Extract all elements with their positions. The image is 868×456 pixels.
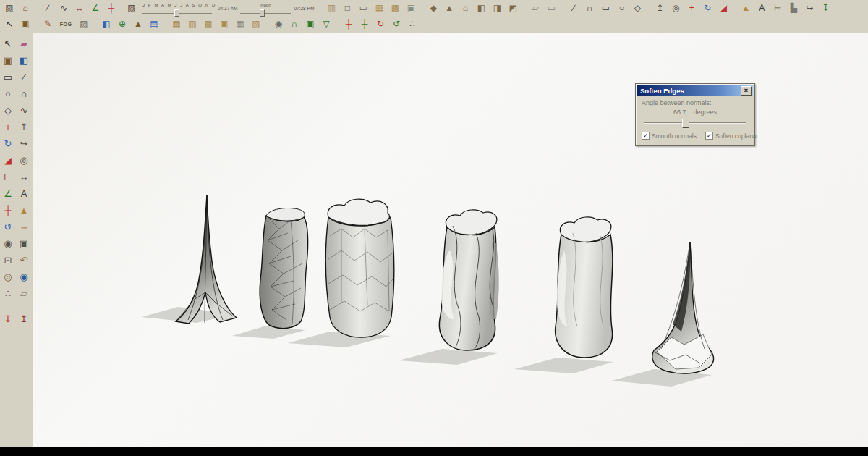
back-view-icon[interactable]: ◨ bbox=[489, 1, 505, 15]
style-cube-icon-5[interactable]: ▦ bbox=[232, 17, 248, 31]
offset-icon[interactable]: ◎ bbox=[668, 1, 684, 15]
dimension-icon[interactable]: ↔ bbox=[16, 169, 32, 185]
shaded-style-icon[interactable]: ▦ bbox=[371, 1, 387, 15]
protractor-tool-icon[interactable]: ∠ bbox=[88, 1, 103, 15]
shadow-time-thumb[interactable] bbox=[260, 9, 265, 17]
offset-tool-icon[interactable]: ◎ bbox=[16, 152, 32, 169]
select-tool-icon[interactable]: ↖ bbox=[0, 35, 16, 52]
front-view-icon[interactable]: ⌂ bbox=[457, 1, 473, 15]
three-d-text-icon[interactable]: ▲ bbox=[16, 202, 32, 219]
previous-view-icon[interactable]: ↶ bbox=[16, 252, 32, 269]
rotate-ccw-icon[interactable]: ↺ bbox=[388, 17, 404, 31]
line-draw-icon[interactable]: ∕ bbox=[16, 69, 32, 85]
shadows-toggle-icon[interactable]: ▧ bbox=[124, 1, 140, 15]
slider-thumb[interactable] bbox=[682, 119, 689, 128]
close-icon[interactable]: × bbox=[741, 86, 752, 96]
soften-coplanar-checkbox[interactable]: ✓ Soften coplanar bbox=[705, 132, 759, 140]
rectangle-tool-icon[interactable]: ▭ bbox=[0, 69, 16, 85]
shadow-date-thumb[interactable] bbox=[174, 9, 179, 17]
model-twisted-spire-mixed[interactable] bbox=[612, 242, 714, 387]
select-icon[interactable]: ↖ bbox=[1, 17, 17, 31]
xray-style-icon[interactable]: ▥ bbox=[323, 1, 339, 15]
terrain-icon[interactable]: ▲ bbox=[130, 17, 146, 31]
smooth-normals-checkbox[interactable]: ✓ Smooth normals bbox=[642, 132, 697, 140]
monochrome-style-icon[interactable]: ▣ bbox=[403, 1, 419, 15]
freehand-icon[interactable]: ∿ bbox=[16, 102, 32, 119]
model-twisted-column-smooth[interactable] bbox=[514, 217, 613, 373]
freehand-tool-icon[interactable]: ∿ bbox=[56, 1, 72, 15]
circle-tool-icon[interactable]: ○ bbox=[0, 85, 16, 102]
rotate-cw-icon[interactable]: ↻ bbox=[373, 17, 388, 31]
warehouse-icon[interactable]: ↧ bbox=[817, 1, 833, 15]
soften-edges-icon[interactable]: ◉ bbox=[271, 17, 286, 31]
text-tool-icon[interactable]: A bbox=[754, 1, 770, 15]
move-tool-icon[interactable]: + bbox=[0, 119, 16, 135]
top-view-icon[interactable]: ▲ bbox=[441, 1, 457, 15]
model-cube-icon[interactable]: ▧ bbox=[1, 1, 17, 15]
line-tool-icon[interactable]: ∕ bbox=[40, 1, 56, 15]
hidden-line-style-icon[interactable]: ▭ bbox=[355, 1, 371, 15]
rotate-tool-icon[interactable]: ↻ bbox=[0, 135, 16, 152]
eraser-tool-icon[interactable]: ▰ bbox=[16, 35, 32, 52]
arc-icon[interactable]: ∩ bbox=[582, 1, 597, 15]
photo-texture-icon[interactable]: ▤ bbox=[146, 17, 162, 31]
red-axis-icon[interactable]: ┼ bbox=[341, 17, 357, 31]
position-camera-icon[interactable]: ◎ bbox=[0, 269, 16, 285]
angle-slider[interactable] bbox=[644, 119, 746, 127]
stamp-icon[interactable]: ▣ bbox=[302, 17, 318, 31]
style-cube-icon-4[interactable]: ▣ bbox=[216, 17, 232, 31]
move-icon[interactable]: + bbox=[684, 1, 699, 15]
walk-tool-icon[interactable]: ∴ bbox=[0, 285, 16, 302]
polygon-tool-icon[interactable]: ◇ bbox=[0, 102, 16, 119]
arc-tool-icon[interactable]: ∩ bbox=[16, 85, 32, 102]
paint-bucket-icon[interactable]: ◧ bbox=[16, 52, 32, 69]
model-twisted-column-smoothed-spiral[interactable] bbox=[399, 210, 499, 365]
green-axis-icon[interactable]: ┼ bbox=[357, 17, 373, 31]
protractor-icon[interactable]: ∠ bbox=[0, 185, 16, 202]
style-cube-icon-6[interactable]: ▧ bbox=[248, 17, 264, 31]
group-icon[interactable]: ▣ bbox=[17, 17, 33, 31]
iso-view-icon[interactable]: ◆ bbox=[425, 1, 441, 15]
house-icon[interactable]: ⌂ bbox=[17, 1, 33, 15]
push-pull-icon[interactable]: ↥ bbox=[652, 1, 668, 15]
pencil-icon[interactable]: ✎ bbox=[40, 17, 56, 31]
look-around-icon[interactable]: ◉ bbox=[16, 269, 32, 285]
add-location-icon[interactable]: ⊕ bbox=[114, 17, 130, 31]
pyramid-icon[interactable]: ▲ bbox=[738, 1, 754, 15]
style-cube-icon-2[interactable]: ▥ bbox=[184, 17, 200, 31]
component-tool-icon[interactable]: ▣ bbox=[0, 52, 16, 69]
zoom-icon[interactable]: ◉ bbox=[0, 235, 16, 252]
fog-button[interactable]: FOG bbox=[56, 17, 76, 31]
follow-me-tool-icon[interactable]: ↪ bbox=[16, 135, 32, 152]
zoom-extents-icon[interactable]: ⊡ bbox=[0, 252, 16, 269]
get-models-icon[interactable]: ↧ bbox=[0, 311, 16, 327]
shadow-date-slider[interactable]: J F M A M J J A S O N D bbox=[142, 3, 212, 14]
shadow-time-slider[interactable]: 04:37 AM Noon 07:28 PM bbox=[218, 3, 314, 14]
stairs-icon[interactable]: ▙ bbox=[786, 1, 801, 15]
line-icon[interactable]: ∕ bbox=[566, 1, 582, 15]
scale-tool-icon[interactable]: ◢ bbox=[0, 152, 16, 169]
style-cube-icon[interactable]: ▦ bbox=[169, 17, 184, 31]
axes-icon[interactable]: ┼ bbox=[0, 202, 16, 219]
dialog-titlebar[interactable]: Soften Edges × bbox=[637, 85, 753, 96]
textured-style-icon[interactable]: ▩ bbox=[387, 1, 403, 15]
push-pull-tool-icon[interactable]: ↥ bbox=[16, 119, 32, 135]
tape-measure-tool-icon[interactable]: ⊢ bbox=[0, 169, 16, 185]
wireframe-style-icon[interactable]: □ bbox=[339, 1, 355, 15]
dimension-tool-icon[interactable]: ↔ bbox=[72, 1, 88, 15]
section-plane-icon[interactable]: ▱ bbox=[527, 1, 543, 15]
share-model-icon[interactable]: ↥ bbox=[16, 311, 32, 327]
position-texture-icon[interactable]: ◧ bbox=[98, 17, 114, 31]
shadows-icon[interactable]: ▨ bbox=[76, 17, 92, 31]
section-cut-icon[interactable]: ▭ bbox=[543, 1, 559, 15]
text-icon[interactable]: A bbox=[16, 185, 32, 202]
style-cube-icon-3[interactable]: ▩ bbox=[200, 17, 216, 31]
follow-me-icon[interactable]: ↪ bbox=[801, 1, 817, 15]
tape-measure-icon[interactable]: ⊢ bbox=[770, 1, 786, 15]
circle-icon[interactable]: ○ bbox=[613, 1, 629, 15]
smoove-icon[interactable]: ∩ bbox=[286, 17, 302, 31]
zoom-window-icon[interactable]: ▣ bbox=[16, 235, 32, 252]
right-view-icon[interactable]: ◧ bbox=[473, 1, 489, 15]
rectangle-icon[interactable]: ▭ bbox=[597, 1, 613, 15]
left-view-icon[interactable]: ◩ bbox=[505, 1, 521, 15]
